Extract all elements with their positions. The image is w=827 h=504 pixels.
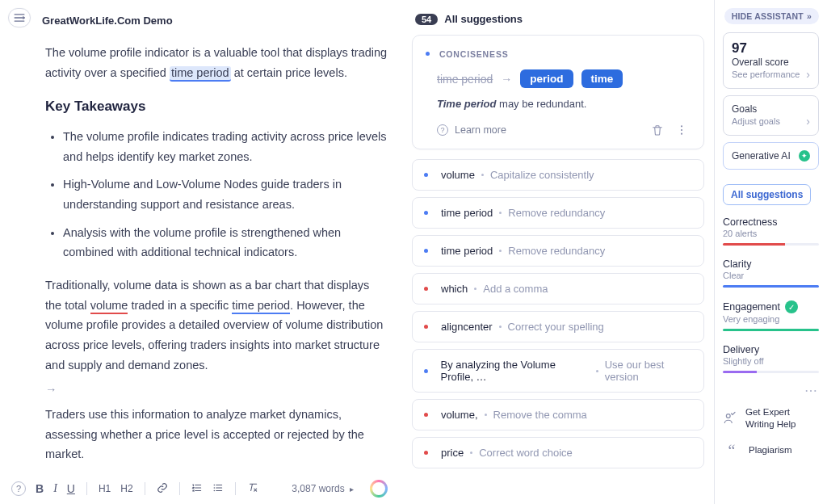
separator-dot — [499, 212, 502, 214]
suggestion-mini-item[interactable]: aligncenterCorrect your spelling — [412, 311, 704, 342]
key-takeaways-list: The volume profile indicates trading act… — [45, 127, 388, 262]
mini-hint: Add a comma — [483, 283, 548, 295]
paragraph: The volume profile indicator is a valuab… — [45, 43, 388, 82]
category-sub: Very engaging — [723, 314, 819, 324]
category-correctness[interactable]: Correctness20 alerts — [723, 216, 819, 246]
separator-dot — [485, 414, 487, 416]
suggestion-mini-item[interactable]: volumeCapitalize consistently — [412, 159, 704, 191]
ordered-list-icon — [191, 482, 203, 494]
hide-assistant-button[interactable]: HIDE ASSISTANT » — [724, 8, 819, 24]
suggestion-card-expanded[interactable]: CONCISENESS time period → period time Ti… — [412, 35, 704, 149]
suggestion-mini-item[interactable]: volume,Remove the comma — [412, 399, 704, 430]
svg-point-3 — [681, 125, 682, 127]
suggestions-title: All suggestions — [444, 13, 523, 25]
text: at certain price levels. — [231, 66, 347, 79]
bold-button[interactable]: B — [36, 482, 44, 495]
dot-icon — [424, 173, 428, 177]
category-list: Correctness20 alertsClarityClearEngageme… — [723, 216, 819, 373]
dot-icon — [424, 287, 428, 291]
help-icon[interactable]: ? — [11, 481, 26, 496]
svg-point-4 — [681, 129, 682, 131]
word-count[interactable]: 3,087 words ▸ — [292, 483, 354, 494]
separator-dot — [481, 174, 484, 176]
clear-formatting-button[interactable] — [247, 482, 258, 496]
category-name: Engagement — [723, 301, 780, 313]
chevron-right-icon: » — [807, 11, 812, 21]
svg-point-6 — [726, 414, 730, 418]
underline-button[interactable]: U — [67, 482, 75, 495]
separator — [179, 482, 180, 495]
list-item: Analysis with the volume profile is stre… — [63, 223, 388, 262]
mini-term: price — [441, 447, 464, 459]
hamburger-icon — [14, 13, 25, 23]
overall-score-card[interactable]: 97 Overall score See performance › — [723, 32, 819, 89]
separator-dot — [596, 370, 598, 372]
mini-term: aligncenter — [441, 321, 493, 333]
svg-point-0 — [213, 484, 215, 485]
dot-icon — [424, 325, 428, 329]
heading-key-takeaways: Key Takeaways — [45, 95, 388, 119]
paragraph: Traders use this information to analyze … — [45, 405, 388, 464]
trash-icon — [651, 124, 664, 136]
plagiarism-check[interactable]: “ Plagiarism — [723, 435, 819, 466]
ordered-list-button[interactable] — [191, 482, 203, 496]
unordered-list-button[interactable] — [212, 482, 224, 496]
category-clarity[interactable]: ClarityClear — [723, 258, 819, 288]
generative-ai-card[interactable]: Generative AI — [723, 142, 819, 170]
separator-dot — [499, 326, 502, 328]
separator — [145, 482, 145, 495]
category-name: Correctness — [723, 216, 777, 228]
category-name: Delivery — [723, 344, 759, 355]
arrow-icon: → — [501, 73, 512, 86]
suggestion-tag-row: CONCISENESS — [426, 47, 691, 60]
unordered-list-icon — [212, 482, 224, 494]
suggestion-mini-item[interactable]: By analyzing the Volume Profile, …Use ou… — [412, 349, 704, 393]
kebab-icon — [675, 124, 688, 136]
suggestion-mini-item[interactable]: time periodRemove redundancy — [412, 235, 704, 267]
score-value: 97 — [732, 40, 810, 57]
get-expert-help[interactable]: Get Expert Writing Help — [723, 401, 819, 435]
suggestion-mini-item[interactable]: whichAdd a comma — [412, 273, 704, 304]
replacement-chip-period[interactable]: period — [520, 69, 573, 88]
mini-term: time period — [441, 207, 493, 219]
highlight-time-period[interactable]: time period — [170, 66, 231, 82]
link-button[interactable] — [157, 482, 168, 496]
suggestions-header: 54 All suggestions — [412, 13, 704, 35]
document-title: GreatWorkLife.Com Demo — [0, 13, 404, 27]
suggestion-mini-item[interactable]: priceCorrect word choice — [412, 437, 704, 468]
chevron-right-icon: › — [806, 68, 810, 81]
h2-button[interactable]: H2 — [120, 483, 132, 494]
assistant-orb-icon[interactable] — [370, 480, 388, 498]
clear-format-icon — [247, 482, 258, 494]
plagiarism-label: Plagiarism — [749, 444, 792, 456]
mini-term: time period — [441, 245, 493, 257]
suggestion-mini-item[interactable]: time periodRemove redundancy — [412, 197, 704, 229]
underline-volume[interactable]: volume — [90, 299, 128, 314]
mini-term: which — [441, 283, 468, 295]
mini-hint: Correct word choice — [479, 447, 573, 459]
score-label: Overall score — [732, 57, 810, 68]
menu-button[interactable] — [8, 8, 31, 27]
goals-card[interactable]: Goals Adjust goals › — [723, 95, 819, 136]
category-engagement[interactable]: Engagement✓Very engaging — [723, 300, 819, 331]
mini-hint: Remove redundancy — [508, 245, 605, 257]
all-suggestions-filter[interactable]: All suggestions — [723, 184, 811, 205]
replacement-chip-time[interactable]: time — [581, 69, 623, 88]
italic-button[interactable]: I — [53, 482, 57, 495]
more-button[interactable] — [673, 121, 691, 139]
dismiss-button[interactable] — [649, 121, 666, 139]
expert-label: Get Expert Writing Help — [745, 406, 819, 430]
dot-icon — [426, 52, 430, 56]
document-body[interactable]: The volume profile indicator is a valuab… — [0, 27, 404, 464]
h1-button[interactable]: H1 — [99, 483, 111, 494]
category-delivery[interactable]: DeliverySlightly off — [723, 344, 819, 373]
mini-hint: Remove redundancy — [508, 207, 605, 219]
separator-dot — [474, 288, 476, 290]
category-bar — [723, 371, 819, 373]
mini-term: By analyzing the Volume Profile, … — [441, 359, 590, 383]
caret-icon: ▸ — [350, 485, 354, 494]
underline-time-period[interactable]: time period — [232, 299, 290, 314]
suggestion-category: CONCISENESS — [439, 49, 509, 59]
learn-more-link[interactable]: Learn more — [455, 124, 506, 136]
more-menu[interactable]: ⋯ — [723, 383, 817, 398]
